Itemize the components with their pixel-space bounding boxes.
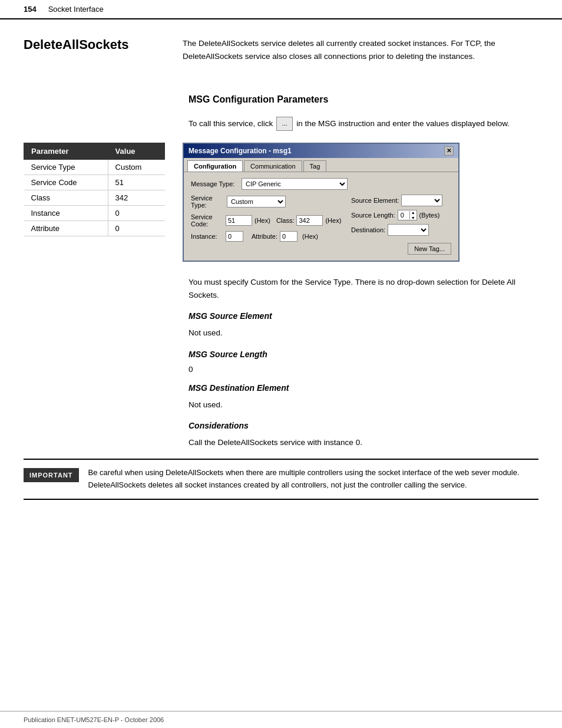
page-footer: Publication ENET-UM527E-EN-P - October 2…	[0, 711, 562, 728]
msg-source-length-heading: MSG Source Length	[189, 350, 538, 359]
source-length-row: Source Length: 0 ▲ ▼ (Bytes)	[351, 210, 451, 220]
param-table: Parameter Value Service Type Custom Serv…	[24, 143, 165, 236]
bytes-label: (Bytes)	[419, 212, 440, 219]
page-number: 154	[24, 5, 37, 14]
message-type-label: Message Type:	[191, 180, 238, 187]
title-section: DeleteAllSockets The DeleteAllSockets se…	[24, 37, 538, 80]
attribute-label: Attribute:	[252, 233, 277, 240]
param-table-container: Parameter Value Service Type Custom Serv…	[24, 143, 165, 236]
service-code-row: ServiceCode: (Hex) Class: (Hex)	[191, 213, 346, 228]
hex-label-1: (Hex)	[254, 217, 270, 224]
table-row: Instance 0	[24, 205, 165, 220]
msg-instruction: To call this service, click ... in the M…	[189, 117, 530, 131]
value-cell: Custom	[108, 159, 164, 174]
browse-button[interactable]: ...	[276, 117, 293, 131]
destination-label: Destination:	[351, 226, 385, 233]
hex-label-2: (Hex)	[325, 217, 341, 224]
important-box: IMPORTANT Be careful when using DeleteAl…	[24, 459, 538, 500]
important-label: IMPORTANT	[24, 468, 79, 482]
destination-row: Destination:	[351, 224, 451, 236]
source-length-spinner: 0 ▲ ▼	[398, 210, 417, 220]
value-cell: 342	[108, 190, 164, 205]
source-element-label: Source Element:	[351, 197, 399, 204]
msg-destination-element-text: Not used.	[189, 398, 530, 411]
dialog-close-button[interactable]: ✕	[444, 146, 454, 156]
page-header: 154 Socket Interface	[0, 0, 562, 19]
class-input[interactable]	[296, 215, 323, 226]
dialog-main-area: ServiceType: Custom ServiceCode: (Hex)	[191, 195, 451, 255]
dialog-title: Message Configuration - msg1	[189, 147, 292, 155]
section-title: DeleteAllSockets	[24, 37, 165, 52]
spinner-arrows[interactable]: ▲ ▼	[410, 210, 416, 220]
msg-config-dialog: Message Configuration - msg1 ✕ Configura…	[183, 143, 459, 262]
service-code-input[interactable]	[226, 215, 252, 226]
value-cell: 0	[108, 205, 164, 220]
page: 154 Socket Interface DeleteAllSockets Th…	[0, 0, 562, 728]
tab-tag[interactable]: Tag	[303, 160, 327, 172]
tab-communication[interactable]: Communication	[244, 160, 302, 172]
section-title-col: DeleteAllSockets	[24, 37, 165, 80]
table-row: Service Code 51	[24, 174, 165, 190]
service-type-select[interactable]: Custom	[227, 196, 286, 207]
content: DeleteAllSockets The DeleteAllSockets se…	[0, 19, 562, 518]
page-header-title: Socket Interface	[48, 5, 104, 14]
table-row: Service Type Custom	[24, 159, 165, 174]
instance-label: Instance:	[191, 233, 223, 240]
subsection-title: MSG Configuration Parameters	[189, 94, 538, 105]
dialog-left: ServiceType: Custom ServiceCode: (Hex)	[191, 195, 346, 255]
msg-source-element-heading: MSG Source Element	[189, 311, 538, 321]
service-type-row: ServiceType: Custom	[191, 195, 346, 209]
value-cell: 0	[108, 220, 164, 236]
param-cell: Service Type	[24, 159, 108, 174]
value-cell: 51	[108, 174, 164, 190]
param-cell: Service Code	[24, 174, 108, 190]
param-cell: Attribute	[24, 220, 108, 236]
class-label: Class:	[276, 217, 295, 224]
new-tag-button[interactable]: New Tag...	[408, 243, 451, 255]
instance-input[interactable]	[226, 231, 243, 242]
dialog-body: Message Type: CIP Generic ServiceType:	[184, 172, 458, 261]
destination-select[interactable]	[388, 224, 429, 236]
spinner-up-icon[interactable]: ▲	[410, 210, 416, 215]
service-code-label: ServiceCode:	[191, 213, 223, 228]
after-dialog-text: You must specify Custom for the Service …	[189, 276, 530, 302]
value-col-header: Value	[108, 143, 164, 159]
source-length-label: Source Length:	[351, 212, 395, 219]
main-two-col: Parameter Value Service Type Custom Serv…	[24, 143, 538, 262]
considerations-text: Call the DeleteAllSockets service with i…	[189, 436, 530, 449]
msg-instruction-after: in the MSG instruction and enter the val…	[296, 117, 510, 130]
table-row: Class 342	[24, 190, 165, 205]
source-length-value: 0	[398, 211, 410, 219]
msg-source-element-text: Not used.	[189, 327, 530, 340]
source-element-row: Source Element:	[351, 195, 451, 206]
table-row: Attribute 0	[24, 220, 165, 236]
msg-destination-element-heading: MSG Destination Element	[189, 383, 538, 393]
tab-configuration[interactable]: Configuration	[187, 160, 243, 172]
considerations-heading: Considerations	[189, 421, 538, 430]
msg-instruction-before: To call this service, click	[189, 117, 273, 130]
param-cell: Class	[24, 190, 108, 205]
message-type-row: Message Type: CIP Generic	[191, 178, 451, 190]
footer-text: Publication ENET-UM527E-EN-P - October 2…	[24, 716, 164, 723]
spinner-down-icon[interactable]: ▼	[410, 215, 416, 220]
section-desc-col: The DeleteAllSockets service deletes all…	[183, 37, 538, 80]
dialog-right: Source Element: Source Length: 0	[351, 195, 451, 255]
important-text: Be careful when using DeleteAllSockets w…	[88, 467, 538, 492]
param-cell: Instance	[24, 205, 108, 220]
source-element-select[interactable]	[401, 195, 442, 206]
service-type-label: ServiceType:	[191, 195, 223, 209]
section-description: The DeleteAllSockets service deletes all…	[183, 37, 524, 62]
dialog-tabs: Configuration Communication Tag	[184, 158, 458, 172]
msg-source-length-value: 0	[189, 365, 538, 374]
message-type-select[interactable]: CIP Generic	[242, 178, 348, 190]
param-col-header: Parameter	[24, 143, 108, 159]
instance-row: Instance: Attribute: (Hex)	[191, 231, 346, 242]
attribute-input[interactable]	[280, 231, 297, 242]
hex-label-3: (Hex)	[302, 233, 318, 240]
dialog-titlebar: Message Configuration - msg1 ✕	[184, 144, 458, 158]
